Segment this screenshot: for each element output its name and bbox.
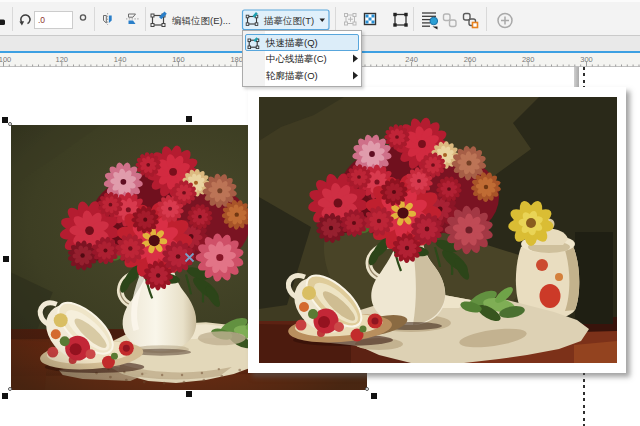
svg-text:100: 100 bbox=[0, 55, 11, 64]
svg-text:.0: .0 bbox=[38, 15, 45, 25]
